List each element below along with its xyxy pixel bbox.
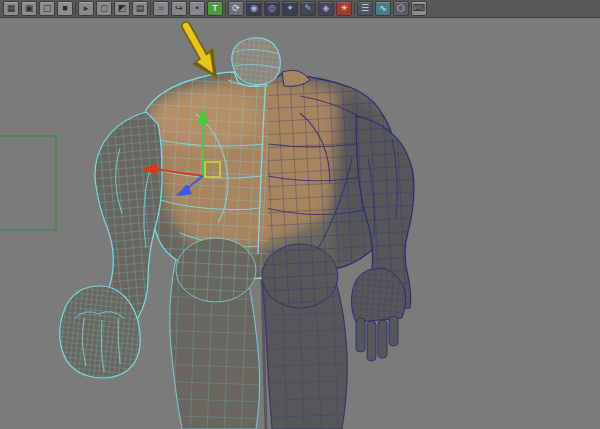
hypershade-icon[interactable]: ◈	[318, 1, 334, 16]
grid-display-icon[interactable]: ▦	[3, 1, 19, 16]
snap-to-grid-icon[interactable]: ⌗	[153, 1, 169, 16]
toolbar-separator	[150, 2, 151, 15]
light-linking-icon[interactable]: ☀	[336, 1, 352, 16]
snap-to-curve-icon[interactable]: ↪	[171, 1, 187, 16]
shaded-display-icon[interactable]: ■	[57, 1, 73, 16]
glute-right[interactable]	[262, 244, 338, 308]
camera-bookmark-icon[interactable]: ▣	[21, 1, 37, 16]
construction-history-icon[interactable]: ⟳	[228, 1, 244, 16]
script-editor-icon[interactable]: ⌨	[411, 1, 427, 16]
left-hand[interactable]	[60, 286, 141, 378]
select-by-component-icon[interactable]: ◩	[114, 1, 130, 16]
toolbar-separator	[225, 2, 226, 15]
ipr-render-icon[interactable]: ◎	[264, 1, 280, 16]
maya-window: ▦▣▢■▸◻◩▤⌗↪•T⟳◉◎✦✎◈☀☰∿⬡⌨	[0, 0, 600, 429]
viewport-panel[interactable]	[0, 18, 600, 429]
toolbar-separator	[354, 2, 355, 15]
select-by-object-icon[interactable]: ◻	[96, 1, 112, 16]
lattice-deform-icon[interactable]: ▤	[132, 1, 148, 16]
viewport-canvas[interactable]	[0, 18, 600, 429]
paint-effects-icon[interactable]: ✎	[300, 1, 316, 16]
toolbar-separator	[75, 2, 76, 15]
wireframe-display-icon[interactable]: ▢	[39, 1, 55, 16]
text-tool-icon[interactable]: T	[207, 1, 223, 16]
render-view-icon[interactable]: ◉	[246, 1, 262, 16]
graph-editor-icon[interactable]: ∿	[375, 1, 391, 16]
snap-to-point-icon[interactable]: •	[189, 1, 205, 16]
render-settings-icon[interactable]: ✦	[282, 1, 298, 16]
status-toolbar: ▦▣▢■▸◻◩▤⌗↪•T⟳◉◎✦✎◈☀☰∿⬡⌨	[0, 0, 600, 18]
hypergraph-panel-icon[interactable]: ⬡	[393, 1, 409, 16]
select-by-hierarchy-icon[interactable]: ▸	[78, 1, 94, 16]
glute-left[interactable]	[176, 238, 256, 302]
outliner-panel-icon[interactable]: ☰	[357, 1, 373, 16]
